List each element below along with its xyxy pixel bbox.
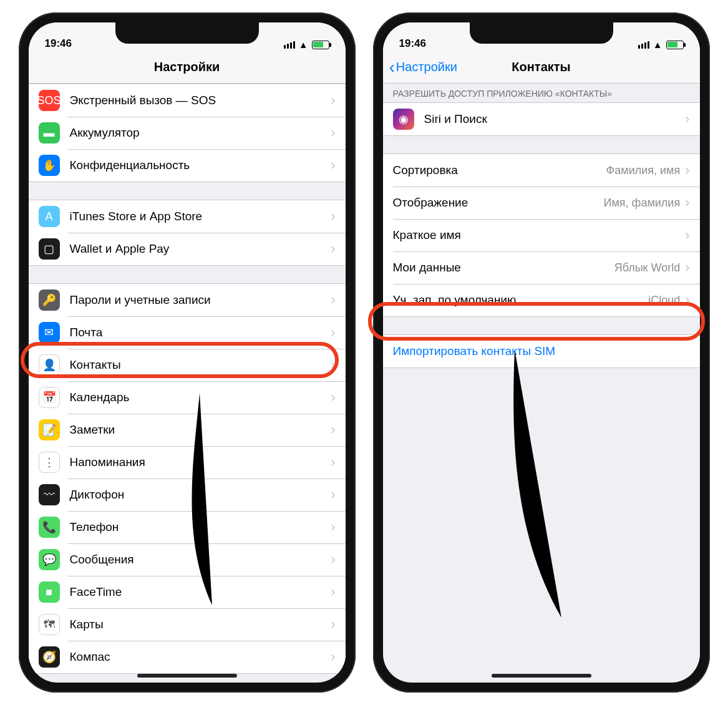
row-siri-search[interactable]: ◉ Siri и Поиск › [383,103,700,135]
row-messages-label: Сообщения [70,553,330,567]
status-icons: ▲ [638,39,684,50]
row-wallet[interactable]: ▢Wallet и Apple Pay› [29,233,346,265]
row-privacy-icon: ✋ [39,155,60,176]
chevron-right-icon: › [331,649,335,665]
cellular-icon [638,41,649,49]
row-passwords-label: Пароли и учетные записи [70,293,330,307]
row-voicememos[interactable]: 〰Диктофон› [29,479,346,511]
siri-label: Siri и Поиск [424,112,684,126]
row-privacy[interactable]: ✋Конфиденциальность› [29,149,346,182]
row-contacts-label: Контакты [70,358,330,372]
row-calendar-icon: 📅 [39,387,60,408]
nav-bar: ‹ Настройки Контакты [383,51,700,84]
right-phone-frame: 19:46 ▲ ‹ Настройки Контакты РАЗРЕШИТЬ Д… [373,12,710,693]
chevron-right-icon: › [331,519,335,535]
row-messages-icon: 💬 [39,549,60,570]
row-reminders[interactable]: ⋮Напоминания› [29,446,346,479]
row-display-detail: Имя, фамилия [604,197,681,210]
chevron-right-icon: › [331,324,335,341]
nav-title: Контакты [512,60,570,74]
row-myinfo-label: Мои данные [393,261,614,275]
row-sos[interactable]: SOSЭкстренный вызов — SOS› [29,84,346,117]
row-contacts[interactable]: 👤Контакты› [29,349,346,381]
row-battery-label: Аккумулятор [70,126,330,140]
row-sort-detail: Фамилия, имя [606,164,681,177]
section-header: РАЗРЕШИТЬ ДОСТУП ПРИЛОЖЕНИЮ «КОНТАКТЫ» [383,84,700,102]
nav-bar: Настройки [29,51,346,84]
status-time: 19:46 [45,37,72,50]
row-battery[interactable]: ▬Аккумулятор› [29,117,346,149]
import-sim-label: Импортировать контакты SIM [393,344,690,358]
row-sos-label: Экстренный вызов — SOS [70,94,330,107]
chevron-right-icon: › [331,389,335,406]
row-reminders-label: Напоминания [70,455,330,469]
row-voicememos-icon: 〰 [39,484,60,505]
row-passwords[interactable]: 🔑Пароли и учетные записи› [29,284,346,316]
row-display[interactable]: ОтображениеИмя, фамилия› [383,187,700,219]
row-calendar-label: Календарь [70,391,330,404]
back-button[interactable]: ‹ Настройки [389,51,457,83]
chevron-right-icon: › [685,162,689,178]
chevron-right-icon: › [331,422,335,438]
contacts-settings[interactable]: РАЗРЕШИТЬ ДОСТУП ПРИЛОЖЕНИЮ «КОНТАКТЫ» ◉… [383,84,700,683]
row-appstore-label: iTunes Store и App Store [70,210,330,223]
row-messages[interactable]: 💬Сообщения› [29,543,346,576]
row-default-account-detail: iCloud [648,294,680,307]
row-shortname[interactable]: Краткое имя› [383,219,700,251]
row-compass-icon: 🧭 [39,646,60,668]
siri-icon: ◉ [393,109,414,130]
row-battery-icon: ▬ [39,122,60,143]
battery-icon [312,41,329,49]
nav-title: Настройки [154,60,220,74]
left-phone-frame: 19:46 ▲ Настройки SOSЭкстренный вызов — … [19,12,356,693]
row-maps-icon: 🗺 [39,614,60,635]
row-appstore[interactable]: AiTunes Store и App Store› [29,200,346,233]
chevron-right-icon: › [685,292,689,308]
row-default-account[interactable]: Уч. зап. по умолчаниюiCloud› [383,284,700,316]
chevron-right-icon: › [331,241,335,257]
chevron-right-icon: › [331,292,335,308]
notch [115,22,259,44]
chevron-right-icon: › [331,454,335,470]
chevron-right-icon: › [685,260,689,276]
row-voicememos-label: Диктофон [70,488,330,502]
row-facetime[interactable]: ■FaceTime› [29,576,346,608]
chevron-right-icon: › [331,487,335,503]
row-mail[interactable]: ✉Почта› [29,316,346,349]
row-phone-label: Телефон [70,520,330,534]
back-label: Настройки [396,60,457,74]
row-compass[interactable]: 🧭Компас› [29,641,346,673]
chevron-right-icon: › [331,208,335,225]
wifi-icon: ▲ [653,39,662,50]
chevron-right-icon: › [685,111,689,127]
row-passwords-icon: 🔑 [39,289,60,311]
row-facetime-label: FaceTime [70,585,330,599]
home-indicator[interactable] [492,674,591,678]
row-compass-label: Компас [70,650,330,664]
row-privacy-label: Конфиденциальность [70,158,330,172]
row-sort[interactable]: СортировкаФамилия, имя› [383,154,700,187]
row-phone[interactable]: 📞Телефон› [29,511,346,543]
row-myinfo-detail: Яблык World [614,261,681,275]
chevron-right-icon: › [331,552,335,568]
chevron-right-icon: › [331,92,335,109]
notch [470,22,613,44]
row-appstore-icon: A [39,206,60,227]
row-notes-label: Заметки [70,423,330,437]
settings-list[interactable]: SOSЭкстренный вызов — SOS›▬Аккумулятор›✋… [29,84,346,683]
status-time: 19:46 [399,37,426,50]
row-calendar[interactable]: 📅Календарь› [29,381,346,414]
chevron-right-icon: › [331,125,335,141]
row-contacts-icon: 👤 [39,354,60,376]
row-mail-label: Почта [70,326,330,339]
home-indicator[interactable] [137,674,237,678]
row-display-label: Отображение [393,196,604,210]
row-import-sim[interactable]: Импортировать контакты SIM [383,335,700,367]
row-myinfo[interactable]: Мои данныеЯблык World› [383,251,700,284]
chevron-right-icon: › [685,195,689,211]
row-wallet-icon: ▢ [39,238,60,260]
wifi-icon: ▲ [299,39,308,50]
chevron-right-icon: › [331,157,335,173]
row-maps[interactable]: 🗺Карты› [29,608,346,641]
row-notes[interactable]: 📝Заметки› [29,414,346,446]
